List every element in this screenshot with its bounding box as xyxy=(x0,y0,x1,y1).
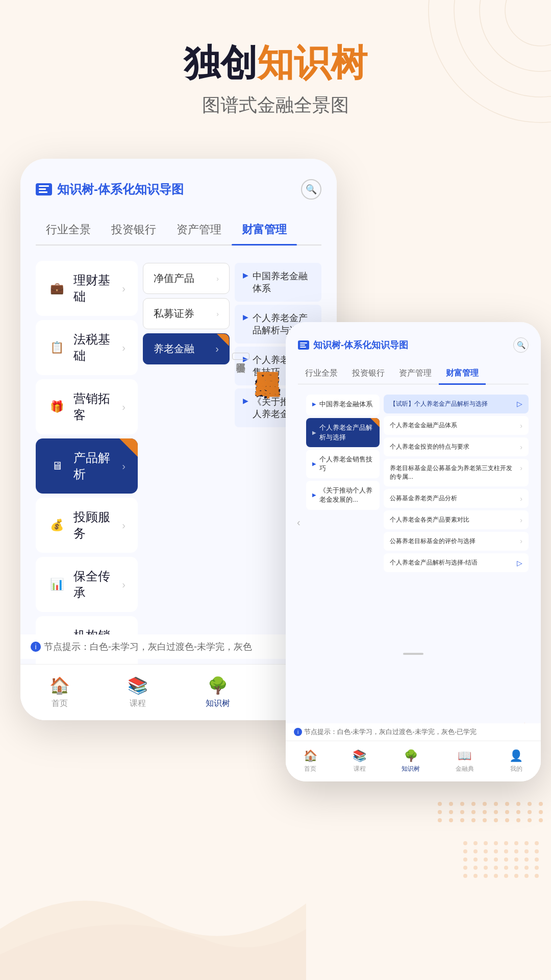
tab-investment-bank[interactable]: 投资银行 xyxy=(101,215,166,244)
sm-scroll-indicator xyxy=(298,650,529,658)
sm-right-item-4[interactable]: 养老目标基金是公募基金为养老第三支柱开发的专属... › xyxy=(384,459,529,486)
level3-icon-1: ▶ xyxy=(243,271,248,279)
menu-yingxiao-label: 营销拓客 xyxy=(73,390,122,423)
sm-right-item-1[interactable]: 【试听】个人养老金产品解析与选择 ▷ xyxy=(384,395,529,413)
nav-knowledge-tree[interactable]: 🌳 知识树 xyxy=(206,676,230,709)
sm-right-label-8: 个人养老金产品解析与选择-结语 xyxy=(390,558,478,567)
sm-left-label-3: 个人养老金销售技巧 xyxy=(319,455,373,473)
sm-nav-home[interactable]: 🏠 首页 xyxy=(304,749,317,773)
level3-icon-2: ▶ xyxy=(243,313,248,321)
sm-right-label-7: 公募养老目标基金的评价与选择 xyxy=(390,537,475,546)
home-icon: 🏠 xyxy=(49,676,70,695)
chevron-icon-3: › xyxy=(122,401,126,413)
level3-item-1[interactable]: ▶ 中国养老金融体系 xyxy=(235,263,321,302)
level2-sumu-label: 私募证券 xyxy=(154,307,194,321)
sm-icon-1: ▶ xyxy=(312,401,316,408)
tab-sm-investment[interactable]: 投资银行 xyxy=(345,363,392,384)
phone-small-right-col: 【试听】个人养老金产品解析与选择 ▷ 个人养老金金融产品体系 › 个人养老金投资… xyxy=(384,395,529,650)
chevron-icon-4: › xyxy=(122,460,126,472)
level2-jingzhi-label: 净值产品 xyxy=(154,272,194,285)
tab-asset-mgmt[interactable]: 资产管理 xyxy=(166,215,232,244)
chevron-icon: › xyxy=(122,283,126,295)
sm-course-icon: 📚 xyxy=(353,749,366,763)
hint-icon: i xyxy=(31,642,41,652)
knowledge-icon: 🌳 xyxy=(208,676,228,695)
small-search-button[interactable]: 🔍 xyxy=(513,337,529,353)
menu-fashui-label: 法税基础 xyxy=(73,331,122,364)
level3-label-1: 中国养老金融体系 xyxy=(253,270,313,295)
nav-home-label: 首页 xyxy=(52,698,68,709)
sm-left-item-1[interactable]: ▶ 中国养老金融体系 › xyxy=(306,395,380,415)
menu-chanpin-label: 产品解析 xyxy=(73,450,122,482)
search-button[interactable]: 🔍 xyxy=(301,179,321,200)
sm-right-item-2[interactable]: 个人养老金金融产品体系 › xyxy=(384,416,529,435)
sm-hint-icon: i xyxy=(294,728,302,736)
menu-item-chanpin[interactable]: 🖥产品解析 › xyxy=(36,438,138,494)
nav-tree-label: 知识树 xyxy=(206,698,230,709)
nav-course[interactable]: 📚 课程 xyxy=(128,676,148,709)
sm-orange-badge xyxy=(370,418,380,427)
chevron-icon-2: › xyxy=(122,342,126,354)
chevron-icon-5: › xyxy=(122,520,126,531)
sm-right-item-5[interactable]: 公募基金养老类产品分析 › xyxy=(384,489,529,508)
nav-home[interactable]: 🏠 首页 xyxy=(49,676,70,709)
yingxiao-icon: 🎁 xyxy=(48,398,66,416)
menu-item-licai[interactable]: 💼理财基础 › xyxy=(36,261,138,316)
nav-course-label: 课程 xyxy=(130,698,146,709)
sm-icon-3: ▶ xyxy=(312,460,316,468)
sm-nav-jintypical[interactable]: 📖 金融典 xyxy=(456,749,474,773)
sm-nav-tree[interactable]: 🌳 知识树 xyxy=(402,749,420,773)
level2-jingzhi[interactable]: 净值产品 › xyxy=(143,263,230,294)
sm-right-chevron-7: › xyxy=(520,537,522,545)
sm-right-chevron-6: › xyxy=(520,516,522,524)
sm-nav-tree-label: 知识树 xyxy=(402,765,420,773)
menu-item-yingxiao[interactable]: 🎁营销拓客 › xyxy=(36,379,138,434)
sm-home-icon: 🏠 xyxy=(304,749,317,763)
level2-sumu[interactable]: 私募证券 › xyxy=(143,298,230,329)
tab-industry[interactable]: 行业全景 xyxy=(36,215,101,244)
left-arrow-icon[interactable]: ‹ xyxy=(297,517,300,528)
baoquan-icon: 📊 xyxy=(48,575,66,594)
fashui-icon: 📋 xyxy=(48,338,66,357)
sm-nav-home-label: 首页 xyxy=(304,765,316,773)
side-label: 哪里不会点哪里 体系化超级思维导图 xyxy=(232,353,281,360)
phone-small-left-col: ▶ 中国养老金融体系 › ▶ 个人养老金产品解析与选择 xyxy=(298,395,380,650)
sm-indicator-bar xyxy=(403,653,423,655)
menu-item-baoquan[interactable]: 📊保全传承 › xyxy=(36,557,138,612)
sm-left-item-4[interactable]: ▶ 《关于推动个人养老金发展的... xyxy=(306,481,380,509)
sm-right-item-8[interactable]: 个人养老金产品解析与选择-结语 ▷ xyxy=(384,553,529,572)
sm-right-label-3: 个人养老金投资的特点与要求 xyxy=(390,443,469,451)
header-title: 独创知识树 xyxy=(0,41,551,85)
sm-tree-icon: 🌳 xyxy=(404,749,418,763)
phone-small-bottom-nav: 🏠 首页 📚 课程 🌳 知识树 📖 金融典 👤 我的 xyxy=(286,741,541,781)
sm-right-label-2: 个人养老金金融产品体系 xyxy=(390,421,457,430)
phone-small-content: ‹ ▶ 中国养老金融体系 › ▶ 个人养老金产品解析与选择 xyxy=(298,395,529,650)
phone-large-tabs: 行业全景 投资银行 资产管理 财富管理 xyxy=(36,215,321,246)
content-area: 知识树-体系化知识导图 🔍 行业全景 投资银行 资产管理 财富管理 💼理财基础 … xyxy=(0,138,551,853)
sm-nav-mine[interactable]: 👤 我的 xyxy=(509,749,523,773)
level2-yanglao[interactable]: 养老金融 › xyxy=(143,333,230,364)
menu-item-touhu[interactable]: 💰投顾服务 › xyxy=(36,498,138,553)
phone-small-header: 知识树-体系化知识导图 🔍 xyxy=(298,337,529,353)
sm-nav-course[interactable]: 📚 课程 xyxy=(353,749,366,773)
sm-mine-icon: 👤 xyxy=(509,749,523,763)
sm-right-item-3[interactable]: 个人养老金投资的特点与要求 › xyxy=(384,437,529,456)
sm-icon-4: ▶ xyxy=(312,492,316,499)
hint-text: 节点提示：白色-未学习，灰白过渡色-未学完，灰色 xyxy=(44,641,252,653)
svg-rect-6 xyxy=(39,191,47,193)
tab-sm-industry[interactable]: 行业全景 xyxy=(298,363,345,384)
phone-small: 知识树-体系化知识导图 🔍 行业全景 投资银行 资产管理 财富管理 ‹ xyxy=(286,322,541,781)
sm-left-item-3[interactable]: ▶ 个人养老金销售技巧 xyxy=(306,450,380,478)
sm-right-chevron-8: ▷ xyxy=(517,559,522,567)
title-orange: 知识树 xyxy=(257,42,367,83)
sm-left-item-2[interactable]: ▶ 个人养老金产品解析与选择 xyxy=(306,418,380,447)
sm-right-chevron-4: › xyxy=(520,464,522,472)
tab-wealth-mgmt[interactable]: 财富管理 xyxy=(232,215,297,244)
tab-sm-wealth[interactable]: 财富管理 xyxy=(439,363,486,384)
menu-item-fashui[interactable]: 📋法税基础 › xyxy=(36,320,138,375)
tab-sm-asset[interactable]: 资产管理 xyxy=(392,363,439,384)
svg-rect-8 xyxy=(300,345,305,346)
sm-nav-course-label: 课程 xyxy=(354,765,366,773)
sm-right-item-7[interactable]: 公募养老目标基金的评价与选择 › xyxy=(384,532,529,551)
sm-right-item-6[interactable]: 个人养老金各类产品要素对比 › xyxy=(384,510,529,529)
